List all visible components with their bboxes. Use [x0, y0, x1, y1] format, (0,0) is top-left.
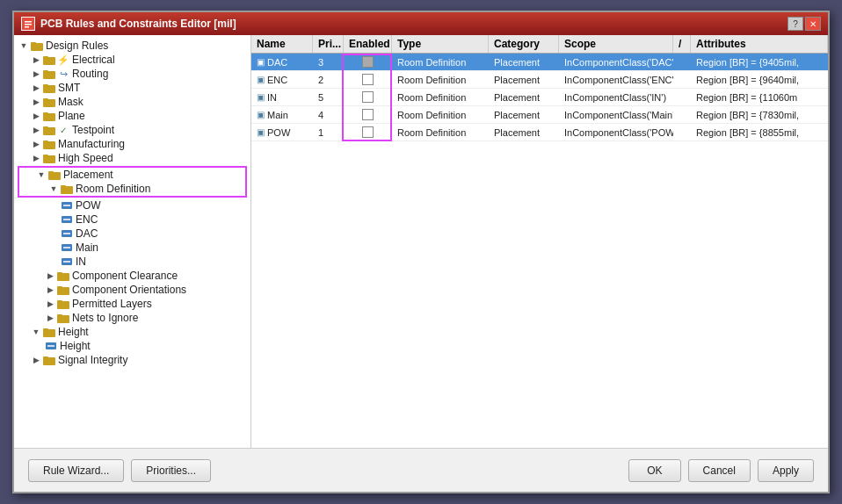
tree-item-component-clearance[interactable]: ▶ Component Clearance [14, 269, 250, 283]
toggle-plane[interactable]: ▶ [30, 110, 42, 122]
col-header-priority[interactable]: Pri... [313, 35, 344, 53]
tree-item-plane[interactable]: ▶ Plane [14, 109, 250, 123]
tree-item-smt[interactable]: ▶ SMT [14, 81, 250, 95]
tree-item-testpoint[interactable]: ▶ ✓ Testpoint [14, 123, 250, 137]
toggle-permitted-layers[interactable]: ▶ [44, 298, 56, 310]
cancel-button[interactable]: Cancel [688, 459, 751, 482]
routing-icon: ↪ [56, 68, 70, 80]
toggle-design-rules[interactable]: ▼ [18, 40, 30, 52]
toggle-electrical[interactable]: ▶ [30, 54, 42, 66]
svg-rect-17 [43, 126, 48, 129]
table-row-pow[interactable]: ▣ POW 1 Room Definition Placement InComp… [251, 124, 828, 141]
svg-rect-11 [43, 84, 48, 87]
tree-item-room-definition[interactable]: ▼ Room Definition [19, 182, 245, 196]
col-header-attributes[interactable]: Attributes [691, 35, 828, 53]
col-header-name[interactable]: Name [251, 35, 313, 53]
cell-enabled-in[interactable] [344, 90, 392, 104]
toggle-room-definition[interactable]: ▼ [47, 183, 60, 195]
tree-item-component-orientations[interactable]: ▶ Component Orientations [14, 283, 250, 297]
table-row-main[interactable]: ▣ Main 4 Room Definition Placement InCom… [251, 106, 828, 124]
tree-item-high-speed[interactable]: ▶ High Speed [14, 151, 250, 165]
tree-label-height-rule: Height [58, 340, 91, 352]
tree-panel: ▼ Design Rules ▶ ⚡ Electrical ▶ [14, 35, 251, 448]
cell-attr-main: Region [BR] = {7830mil, [691, 109, 828, 121]
enabled-checkbox-main[interactable] [362, 109, 374, 120]
apply-button[interactable]: Apply [758, 459, 814, 482]
tree-item-pow[interactable]: POW [14, 198, 250, 212]
row-rule-icon: ▣ [257, 57, 265, 67]
cell-slash-pow [673, 132, 691, 133]
table-row-enc[interactable]: ▣ ENC 2 Room Definition Placement InComp… [251, 71, 828, 89]
tree-label-routing: Routing [70, 68, 108, 80]
table-row-in[interactable]: ▣ IN 5 Room Definition Placement InCompo… [251, 89, 828, 106]
svg-rect-19 [43, 140, 48, 143]
toggle-signal-integrity[interactable]: ▶ [30, 354, 42, 366]
tree-item-dac[interactable]: DAC [14, 227, 250, 241]
tree-item-permitted-layers[interactable]: ▶ Permitted Layers [14, 297, 250, 311]
cell-type-dac: Room Definition [392, 56, 489, 68]
toggle-smt[interactable]: ▶ [30, 82, 42, 94]
cell-enabled-dac[interactable] [344, 55, 392, 68]
cell-type-main: Room Definition [392, 109, 489, 121]
toggle-component-orientations[interactable]: ▶ [44, 284, 56, 296]
tree-item-in[interactable]: IN [14, 255, 250, 269]
signal-integrity-folder-icon [42, 354, 56, 366]
table-row-dac[interactable]: ▣ DAC 3 Room Definition Placement InComp… [251, 54, 828, 71]
col-header-slash[interactable]: / [673, 35, 691, 53]
cell-type-in: Room Definition [392, 91, 489, 104]
enabled-checkbox-dac[interactable] [362, 56, 374, 68]
col-header-scope[interactable]: Scope [559, 35, 673, 53]
toggle-component-clearance[interactable]: ▶ [44, 270, 56, 282]
app-icon [21, 17, 35, 31]
tree-label-smt: SMT [56, 82, 80, 94]
help-button[interactable]: ? [788, 17, 803, 31]
tree-item-mask[interactable]: ▶ Mask [14, 95, 250, 109]
cell-enabled-pow[interactable] [344, 126, 392, 139]
close-button[interactable]: ✕ [805, 17, 821, 31]
enabled-checkbox-enc[interactable] [362, 74, 374, 85]
tree-label-manufacturing: Manufacturing [56, 138, 125, 150]
toggle-testpoint[interactable]: ▶ [30, 124, 42, 136]
cell-enabled-main[interactable] [344, 108, 392, 121]
tree-item-signal-integrity[interactable]: ▶ Signal Integrity [14, 353, 250, 367]
tree-item-manufacturing[interactable]: ▶ Manufacturing [14, 137, 250, 151]
svg-rect-7 [43, 56, 48, 59]
toggle-placement[interactable]: ▼ [35, 169, 47, 181]
tree-item-electrical[interactable]: ▶ ⚡ Electrical [14, 53, 250, 67]
enabled-checkbox-in[interactable] [362, 91, 374, 103]
tree-item-nets-to-ignore[interactable]: ▶ Nets to Ignore [14, 311, 250, 325]
priorities-button[interactable]: Priorities... [131, 459, 211, 482]
svg-rect-23 [48, 171, 54, 174]
tree-label: Design Rules [44, 40, 108, 52]
tree-item-design-rules[interactable]: ▼ Design Rules [14, 39, 250, 53]
cell-enabled-enc[interactable] [344, 73, 392, 86]
cell-scope-dac: InComponentClass('DAC') [559, 56, 673, 68]
tree-item-height[interactable]: ▼ Height [14, 325, 250, 339]
cell-name-dac: ▣ DAC [251, 56, 313, 68]
toggle-routing[interactable]: ▶ [30, 68, 42, 80]
svg-rect-5 [31, 42, 36, 45]
row-rule-icon-enc: ▣ [257, 75, 265, 84]
ok-button[interactable]: OK [628, 459, 680, 482]
rule-wizard-button[interactable]: Rule Wizard... [28, 459, 124, 482]
toggle-nets-to-ignore[interactable]: ▶ [44, 312, 56, 324]
tree-item-enc[interactable]: ENC [14, 212, 250, 227]
toggle-mask[interactable]: ▶ [30, 96, 42, 108]
col-header-type[interactable]: Type [392, 35, 489, 53]
tree-item-main[interactable]: Main [14, 241, 250, 255]
tree-item-routing[interactable]: ▶ ↪ Routing [14, 67, 250, 81]
tree-item-placement[interactable]: ▼ Placement [19, 168, 245, 182]
col-header-category[interactable]: Category [489, 35, 559, 53]
svg-rect-9 [43, 70, 48, 73]
toggle-high-speed[interactable]: ▶ [30, 152, 42, 164]
cell-scope-pow: InComponentClass('POW') [559, 126, 673, 139]
table-body: ▣ DAC 3 Room Definition Placement InComp… [251, 54, 828, 448]
cell-slash-dac [673, 61, 691, 63]
toggle-height[interactable]: ▼ [30, 326, 42, 338]
manufacturing-folder-icon [42, 138, 56, 150]
col-header-enabled[interactable]: Enabled [344, 35, 392, 53]
tree-item-height-rule[interactable]: Height [14, 339, 250, 353]
enabled-checkbox-pow[interactable] [362, 126, 374, 138]
toggle-manufacturing[interactable]: ▶ [30, 138, 42, 150]
high-speed-folder-icon [42, 152, 56, 164]
